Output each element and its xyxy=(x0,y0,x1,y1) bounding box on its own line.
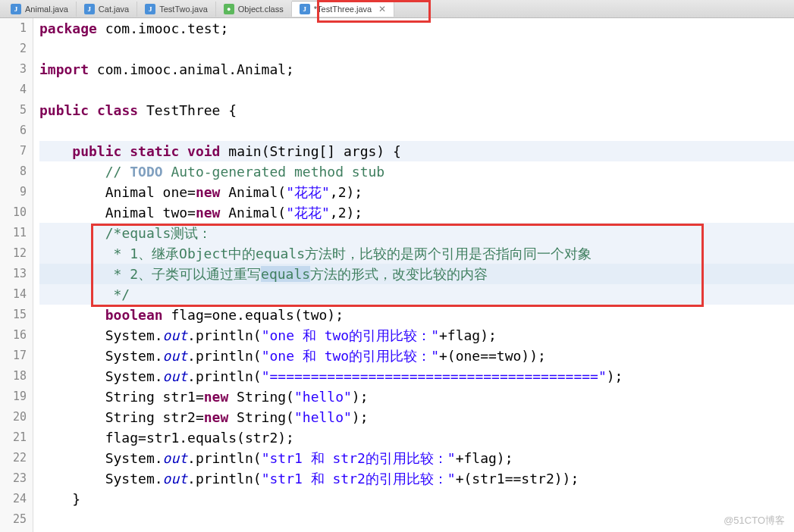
code-line: Animal two=new Animal("花花",2); xyxy=(39,202,794,223)
editor-tab-bar: J Animal.java J Cat.java J TestTwo.java … xyxy=(0,0,794,18)
tab-cat-java[interactable]: J Cat.java xyxy=(77,2,137,17)
code-line: * 2、子类可以通过重写equals方法的形式，改变比较的内容 xyxy=(39,264,794,284)
java-icon: J xyxy=(300,4,310,14)
tab-object-class[interactable]: ● Object.class xyxy=(216,2,292,17)
line-number: 18 xyxy=(0,366,27,386)
line-number: 25 xyxy=(0,509,27,530)
line-number: 6 xyxy=(0,120,27,141)
line-number: 14 xyxy=(0,284,27,305)
code-line: import com.imooc.animal.Animal; xyxy=(39,59,794,80)
code-line: /*equals测试： xyxy=(39,223,794,243)
code-line: } xyxy=(39,489,794,509)
code-line: System.out.println("====================… xyxy=(39,366,794,386)
code-line: package com.imooc.test; xyxy=(39,18,794,39)
line-number: 11 xyxy=(0,223,27,243)
java-icon: J xyxy=(11,4,21,14)
line-number: 12 xyxy=(0,243,27,264)
line-number: 22 xyxy=(0,448,27,468)
watermark: @51CTO博客 xyxy=(723,514,785,527)
code-editor[interactable]: 1 2 3 4 5 6 7 8 9 10 11 12 13 14 15 16 1… xyxy=(0,18,794,532)
code-line: String str1=new String("hello"); xyxy=(39,386,794,407)
code-line: Animal one=new Animal("花花",2); xyxy=(39,182,794,202)
line-number: 3 xyxy=(0,59,27,80)
line-number: 9 xyxy=(0,182,27,202)
line-number: 19 xyxy=(0,386,27,407)
code-line xyxy=(39,80,794,100)
line-number: 16 xyxy=(0,325,27,346)
tab-testthree-java[interactable]: J *TestThree.java ✕ xyxy=(292,1,394,17)
line-number: 5 xyxy=(0,100,27,120)
code-line: flag=str1.equals(str2); xyxy=(39,427,794,448)
line-number: 24 xyxy=(0,489,27,509)
line-number: 1 xyxy=(0,18,27,39)
line-number: 7 xyxy=(0,141,27,161)
code-line: boolean flag=one.equals(two); xyxy=(39,305,794,325)
tab-animal-java[interactable]: J Animal.java xyxy=(3,2,77,17)
code-line: System.out.println("str1 和 str2的引用比较："+(… xyxy=(39,468,794,489)
code-line: * 1、继承Object中的equals方法时，比较的是两个引用是否指向同一个对… xyxy=(39,243,794,264)
tab-label: TestTwo.java xyxy=(159,5,208,14)
line-number: 23 xyxy=(0,468,27,489)
code-line: String str2=new String("hello"); xyxy=(39,407,794,427)
code-line: // TODO Auto-generated method stub xyxy=(39,161,794,182)
tab-label: Object.class xyxy=(238,5,284,14)
code-line: System.out.println("str1 和 str2的引用比较："+f… xyxy=(39,448,794,468)
code-line xyxy=(39,509,794,530)
code-line: */ xyxy=(39,284,794,305)
line-number: 20 xyxy=(0,407,27,427)
line-number: 4 xyxy=(0,80,27,100)
line-number: 17 xyxy=(0,346,27,366)
class-icon: ● xyxy=(224,4,234,14)
java-icon: J xyxy=(145,4,155,14)
line-number: 10 xyxy=(0,202,27,223)
code-line xyxy=(39,120,794,141)
tab-label: Cat.java xyxy=(99,5,129,14)
code-line: public class TestThree { xyxy=(39,100,794,120)
close-icon[interactable]: ✕ xyxy=(378,4,386,14)
java-icon: J xyxy=(84,4,95,14)
line-number-gutter: 1 2 3 4 5 6 7 8 9 10 11 12 13 14 15 16 1… xyxy=(0,18,33,532)
tab-testtwo-java[interactable]: J TestTwo.java xyxy=(137,2,216,17)
code-line: System.out.println("one 和 two的引用比较："+(on… xyxy=(39,346,794,366)
tab-label: Animal.java xyxy=(25,5,68,14)
code-line: System.out.println("one 和 two的引用比较："+fla… xyxy=(39,325,794,346)
line-number: 2 xyxy=(0,39,27,59)
tab-label: *TestThree.java xyxy=(314,5,372,14)
code-area[interactable]: package com.imooc.test; import com.imooc… xyxy=(33,18,794,532)
code-line: public static void main(String[] args) { xyxy=(39,141,794,161)
line-number: 13 xyxy=(0,264,27,284)
line-number: 15 xyxy=(0,305,27,325)
code-line xyxy=(39,39,794,59)
line-number: 8 xyxy=(0,161,27,182)
line-number: 21 xyxy=(0,427,27,448)
